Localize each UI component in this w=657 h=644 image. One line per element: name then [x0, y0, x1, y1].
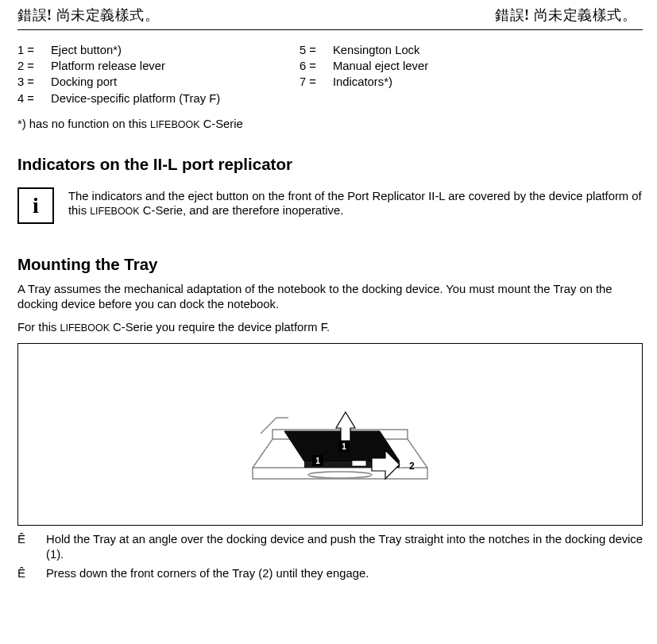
info-text: The indicators and the eject button on t… — [68, 187, 643, 224]
svg-rect-7 — [352, 461, 366, 466]
legend-row: 6 = Manual eject lever — [300, 59, 582, 73]
legend-col-1: 1 = Eject button*) 2 = Platform release … — [17, 43, 300, 108]
mounting-figure: 1 1 2 — [17, 343, 643, 526]
legend-num: 1 = — [17, 43, 51, 57]
legend-text: Docking port — [51, 75, 117, 89]
step-bullet: Ê — [17, 566, 46, 581]
legend-row: 4 = Device-specific platform (Tray F) — [17, 91, 300, 106]
legend-row: 2 = Platform release lever — [17, 59, 300, 73]
info-callout: i The indicators and the eject button on… — [17, 187, 643, 224]
fig-label-2: 2 — [409, 461, 415, 472]
mounting-steps: Ê Hold the Tray at an angle over the doc… — [17, 532, 643, 581]
step-row: Ê Hold the Tray at an angle over the doc… — [17, 532, 643, 561]
mount-para-2: For this LIFEBOOK C-Serie you require th… — [17, 320, 643, 335]
footnote-post: C-Serie — [200, 118, 243, 130]
step-bullet: Ê — [17, 532, 46, 561]
legend-text: Kensington Lock — [333, 43, 419, 57]
footnote-pre: *) has no function on this — [17, 118, 150, 130]
parts-legend: 1 = Eject button*) 2 = Platform release … — [17, 43, 643, 108]
legend-num: 3 = — [17, 75, 51, 89]
header-left-pre: 錯誤 — [17, 7, 47, 23]
svg-point-0 — [308, 472, 372, 478]
heading-mounting: Mounting the Tray — [17, 254, 643, 275]
legend-row: 5 = Kensington Lock — [300, 43, 582, 57]
legend-num: 7 = — [300, 75, 333, 89]
legend-footnote: *) has no function on this LIFEBOOK C-Se… — [17, 117, 643, 132]
header-right: 錯誤! 尚未定義樣式。 — [495, 6, 636, 25]
mount-para2-pre: For this — [17, 321, 60, 334]
info-text-brand: LIFEBOOK — [90, 206, 140, 217]
tray-diagram-svg: 1 1 2 — [241, 382, 447, 509]
header-left-rest: 尚未定義樣式。 — [52, 7, 160, 23]
legend-num: 6 = — [300, 59, 333, 73]
legend-row: 7 = Indicators*) — [300, 75, 582, 89]
page-header: 錯誤! 尚未定義樣式。 錯誤! 尚未定義樣式。 — [17, 6, 643, 26]
heading-indicators: Indicators on the II-L port replicator — [17, 154, 643, 175]
fig-label-1a: 1 — [342, 442, 346, 451]
legend-text: Platform release lever — [51, 59, 165, 73]
legend-text: Indicators*) — [333, 75, 392, 89]
footnote-brand: LIFEBOOK — [150, 119, 200, 130]
legend-text: Manual eject lever — [333, 59, 428, 73]
legend-num: 4 = — [17, 91, 51, 106]
step-row: Ê Press down the front corners of the Tr… — [17, 566, 643, 581]
info-text-post: C-Serie, and are therefore inoperative. — [140, 204, 344, 217]
fig-label-1b: 1 — [315, 457, 320, 465]
mount-para2-post: C-Serie you require the device platform … — [110, 321, 330, 334]
info-icon: i — [17, 187, 54, 224]
legend-text: Device-specific platform (Tray F) — [51, 91, 220, 106]
legend-col-2: 5 = Kensington Lock 6 = Manual eject lev… — [300, 43, 582, 108]
figure-drawing: 1 1 2 — [241, 382, 447, 509]
mount-para2-brand: LIFEBOOK — [60, 322, 110, 334]
step-text: Press down the front corners of the Tray… — [46, 566, 643, 581]
legend-num: 2 = — [17, 59, 51, 73]
legend-row: 1 = Eject button*) — [17, 43, 300, 57]
legend-text: Eject button*) — [51, 43, 122, 57]
header-right-pre: 錯誤 — [495, 7, 524, 23]
header-right-rest: 尚未定義樣式。 — [530, 7, 637, 23]
legend-num: 5 = — [300, 43, 333, 57]
legend-row: 3 = Docking port — [17, 75, 300, 89]
header-rule — [17, 29, 643, 30]
mount-para-1: A Tray assumes the mechanical adaptation… — [17, 282, 643, 312]
header-left: 錯誤! 尚未定義樣式。 — [17, 6, 159, 25]
step-text: Hold the Tray at an angle over the docki… — [46, 532, 643, 561]
